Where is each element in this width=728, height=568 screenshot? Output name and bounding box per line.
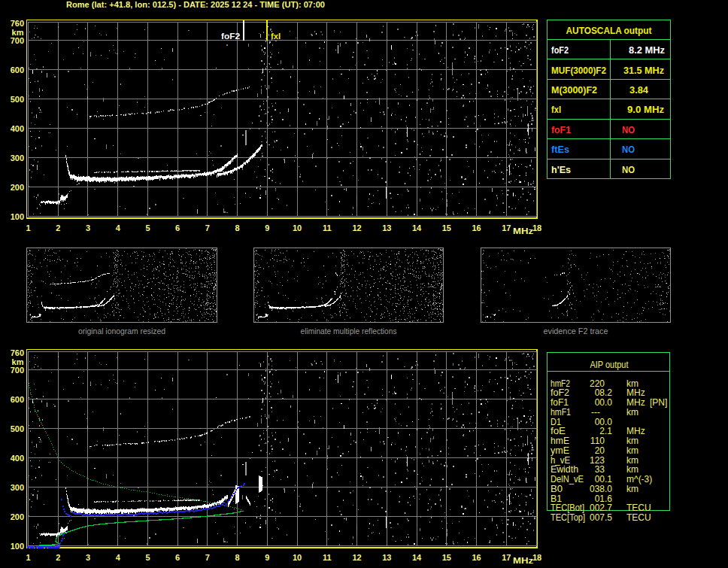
svg-text:2: 2 <box>56 553 60 562</box>
svg-text:500: 500 <box>11 424 24 433</box>
svg-text:3: 3 <box>86 553 90 562</box>
svg-text:8: 8 <box>235 223 240 232</box>
svg-text:10: 10 <box>293 553 302 562</box>
svg-text:12: 12 <box>352 223 361 232</box>
svg-text:NO: NO <box>622 165 635 175</box>
svg-text:AIP output: AIP output <box>590 360 629 370</box>
svg-text:15: 15 <box>442 223 451 232</box>
svg-text:9: 9 <box>265 223 269 232</box>
svg-text:760: 760 <box>11 348 24 357</box>
svg-text:007.5: 007.5 <box>590 512 612 523</box>
svg-text:14: 14 <box>412 553 422 562</box>
svg-text:12: 12 <box>352 553 361 562</box>
svg-text:Rome (lat: +41.8, lon: 012.5): Rome (lat: +41.8, lon: 012.5) - DATE: 20… <box>66 0 325 9</box>
svg-text:31.5 MHz: 31.5 MHz <box>623 65 664 76</box>
svg-text:original ionogram resized: original ionogram resized <box>78 327 165 336</box>
svg-text:16: 16 <box>472 223 481 232</box>
svg-text:h'Es: h'Es <box>551 165 571 175</box>
svg-text:15: 15 <box>442 553 451 562</box>
svg-text:foF2: foF2 <box>551 45 569 56</box>
svg-text:NO: NO <box>622 144 635 155</box>
svg-text:MHz: MHz <box>513 556 534 565</box>
svg-text:6: 6 <box>175 223 180 232</box>
svg-text:700: 700 <box>11 366 24 375</box>
svg-text:10: 10 <box>293 223 302 232</box>
svg-text:200: 200 <box>11 512 24 521</box>
svg-text:foF1: foF1 <box>551 125 571 135</box>
svg-text:3: 3 <box>86 223 90 232</box>
svg-text:MUF(3000)F2: MUF(3000)F2 <box>551 65 606 76</box>
svg-text:3.84: 3.84 <box>629 85 648 96</box>
svg-text:700: 700 <box>11 36 24 45</box>
svg-text:7: 7 <box>205 223 210 232</box>
svg-text:9.0 MHz: 9.0 MHz <box>627 105 664 115</box>
svg-text:1: 1 <box>26 223 30 232</box>
svg-text:km: km <box>626 407 639 418</box>
svg-text:300: 300 <box>11 483 24 492</box>
svg-text:18: 18 <box>532 223 541 232</box>
svg-text:8: 8 <box>235 553 240 562</box>
svg-text:5: 5 <box>145 223 150 232</box>
svg-text:evidence F2 trace: evidence F2 trace <box>544 327 608 336</box>
svg-text:17: 17 <box>502 223 511 232</box>
svg-text:TECU: TECU <box>626 512 651 523</box>
svg-text:ftEs: ftEs <box>551 144 569 155</box>
svg-text:100: 100 <box>11 542 24 551</box>
svg-text:M(3000)F2: M(3000)F2 <box>551 85 597 96</box>
svg-text:13: 13 <box>382 553 391 562</box>
svg-text:fxI: fxI <box>551 105 561 115</box>
svg-text:400: 400 <box>11 454 24 463</box>
svg-text:100: 100 <box>11 212 24 221</box>
svg-text:4: 4 <box>116 553 121 562</box>
svg-text:TEC[Top]: TEC[Top] <box>551 512 585 523</box>
svg-text:foF2: foF2 <box>221 32 240 41</box>
svg-text:[PN]: [PN] <box>650 397 667 408</box>
svg-text:400: 400 <box>11 124 24 133</box>
svg-text:11: 11 <box>323 553 332 562</box>
svg-text:6: 6 <box>175 553 180 562</box>
svg-text:600: 600 <box>11 65 24 74</box>
svg-text:fxI: fxI <box>271 32 281 41</box>
svg-text:9: 9 <box>265 553 269 562</box>
svg-text:500: 500 <box>11 95 24 104</box>
svg-text:1: 1 <box>26 553 30 562</box>
svg-text:13: 13 <box>382 223 391 232</box>
svg-text:2: 2 <box>56 223 60 232</box>
svg-text:4: 4 <box>116 223 121 232</box>
svg-text:NO: NO <box>622 125 635 135</box>
svg-text:17: 17 <box>502 553 511 562</box>
svg-text:200: 200 <box>11 183 24 192</box>
svg-text:760: 760 <box>11 19 24 28</box>
svg-text:16: 16 <box>472 553 481 562</box>
svg-text:11: 11 <box>323 223 332 232</box>
svg-text:600: 600 <box>11 395 24 404</box>
svg-text:eliminate multiple reflections: eliminate multiple reflections <box>301 327 397 336</box>
svg-text:300: 300 <box>11 153 24 163</box>
svg-text:18: 18 <box>532 553 541 562</box>
svg-text:MHz: MHz <box>513 226 534 235</box>
svg-text:7: 7 <box>205 553 210 562</box>
svg-text:km: km <box>626 484 639 494</box>
svg-text:8.2 MHz: 8.2 MHz <box>629 45 665 56</box>
svg-text:14: 14 <box>412 223 422 232</box>
svg-text:5: 5 <box>145 553 150 562</box>
svg-text:AUTOSCALA output: AUTOSCALA output <box>566 25 653 36</box>
